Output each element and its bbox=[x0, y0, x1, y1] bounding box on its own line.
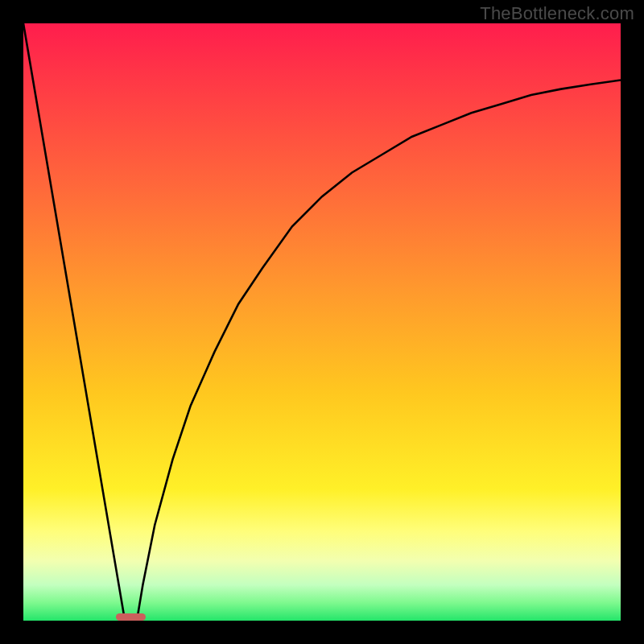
series-left-linear-drop bbox=[23, 23, 125, 621]
optimal-marker bbox=[116, 613, 146, 621]
plot-area bbox=[23, 23, 621, 621]
series-right-asymptotic-rise bbox=[137, 80, 621, 621]
chart-lines bbox=[23, 23, 621, 621]
watermark-text: TheBottleneck.com bbox=[480, 3, 634, 24]
chart-frame: TheBottleneck.com bbox=[0, 0, 644, 644]
